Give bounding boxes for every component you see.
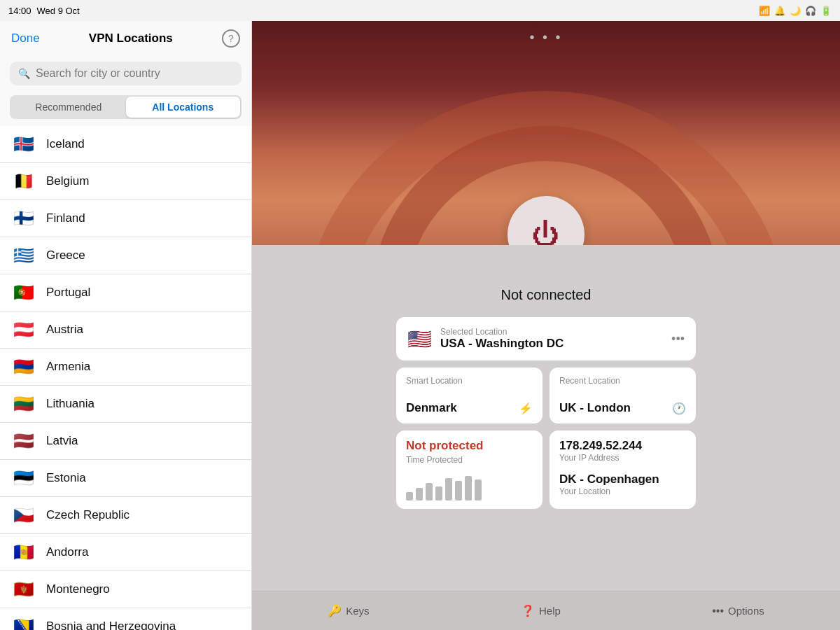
country-name: Bosnia and Herzegovina [46, 620, 176, 630]
list-item[interactable]: 🇵🇹 Portugal [0, 274, 251, 312]
card-menu-dots[interactable]: ••• [671, 332, 685, 346]
three-dots-indicator: • • • [529, 29, 562, 46]
country-flag: 🇵🇹 [11, 284, 36, 301]
country-flag: 🇦🇲 [11, 358, 36, 375]
smart-location-card[interactable]: Smart Location Denmark ⚡ [396, 368, 542, 424]
location-cards-row: Smart Location Denmark ⚡ Recent Location… [396, 368, 696, 424]
ip-location-card: 178.249.52.244 Your IP Address DK - Cope… [550, 430, 696, 509]
country-flag: 🇱🇻 [11, 433, 36, 449]
options-label: Options [728, 605, 764, 617]
time: 14:00 [8, 6, 31, 16]
power-icon: ⏻ [532, 219, 560, 246]
country-flag: 🇪🇪 [11, 470, 36, 486]
list-item[interactable]: 🇧🇪 Belgium [0, 163, 251, 200]
country-name: Montenegro [46, 582, 110, 596]
cards-area: 🇺🇸 Selected Location USA - Washington DC… [385, 317, 707, 509]
country-name: Belgium [46, 174, 89, 188]
chart-bar [426, 483, 433, 500]
recent-location-row: UK - London 🕐 [559, 401, 686, 415]
your-location-label: Your Location [559, 486, 686, 496]
headphone-icon: 🎧 [805, 6, 816, 16]
help-icon-bottom: ❓ [521, 604, 535, 617]
list-item[interactable]: 🇨🇿 Czech Republic [0, 497, 251, 534]
list-item[interactable]: 🇱🇻 Latvia [0, 423, 251, 460]
country-name: Armenia [46, 360, 90, 374]
chart-bar [475, 479, 482, 500]
search-container: 🔍 [0, 56, 251, 91]
your-location-value: DK - Copenhagen [559, 472, 686, 486]
chart-bar [465, 476, 472, 500]
list-item[interactable]: 🇮🇸 Iceland [0, 126, 251, 163]
list-item[interactable]: 🇦🇹 Austria [0, 312, 251, 349]
list-item[interactable]: 🇧🇦 Bosnia and Herzegovina [0, 608, 251, 630]
list-item[interactable]: 🇦🇲 Armenia [0, 349, 251, 386]
country-name: Portugal [46, 286, 90, 300]
tab-switcher: Recommended All Locations [10, 95, 241, 119]
country-name: Czech Republic [46, 508, 130, 522]
done-button[interactable]: Done [11, 31, 40, 46]
search-input[interactable] [36, 67, 233, 80]
selected-location-card[interactable]: 🇺🇸 Selected Location USA - Washington DC… [396, 317, 696, 360]
chart-bar [406, 492, 413, 500]
status-icons: 📶 🔔 🌙 🎧 🔋 [759, 6, 832, 16]
country-name: Andorra [46, 545, 88, 559]
list-item[interactable]: 🇱🇹 Lithuania [0, 386, 251, 423]
panel-title: VPN Locations [89, 31, 173, 46]
country-name: Latvia [46, 434, 78, 448]
protection-card: Not protected Time Protected [396, 430, 542, 509]
clock-icon: 🕐 [672, 402, 686, 415]
list-item[interactable]: 🇫🇮 Finland [0, 200, 251, 237]
left-panel: Done VPN Locations ? 🔍 Recommended All L… [0, 21, 252, 630]
status-bar: 14:00 Wed 9 Oct 📶 🔔 🌙 🎧 🔋 [0, 0, 840, 21]
country-flag: 🇱🇹 [11, 396, 36, 412]
country-name: Finland [46, 211, 85, 225]
time-chart [406, 472, 533, 500]
info-panel: Not connected 🇺🇸 Selected Location USA -… [252, 245, 840, 591]
connection-status: Not connected [501, 287, 592, 303]
bottom-bar: 🔑 Keys ❓ Help ••• Options [252, 591, 840, 630]
date: Wed 9 Oct [37, 6, 80, 16]
vpn-background: • • • ⏻ [252, 21, 840, 245]
country-flag: 🇦🇩 [11, 544, 36, 561]
chart-bar [416, 488, 423, 500]
protection-status: Not protected [406, 439, 533, 453]
country-list: 🇮🇸 Iceland 🇧🇪 Belgium 🇫🇮 Finland 🇬🇷 Gree… [0, 126, 251, 630]
country-name: Estonia [46, 471, 86, 485]
time-protected-label: Time Protected [406, 455, 533, 465]
help-item[interactable]: ❓ Help [521, 604, 561, 617]
list-item[interactable]: 🇦🇩 Andorra [0, 534, 251, 571]
list-item[interactable]: 🇬🇷 Greece [0, 237, 251, 274]
country-flag: 🇦🇹 [11, 321, 36, 338]
help-icon[interactable]: ? [222, 29, 240, 48]
panel-header: Done VPN Locations ? [0, 21, 251, 56]
country-name: Iceland [46, 137, 85, 151]
selected-flag: 🇺🇸 [407, 328, 432, 351]
tab-recommended[interactable]: Recommended [11, 97, 126, 118]
search-input-wrap: 🔍 [10, 62, 241, 85]
tab-all-locations[interactable]: All Locations [126, 97, 241, 118]
keys-item[interactable]: 🔑 Keys [328, 604, 369, 617]
right-panel: • • • ⏻ Not connected 🇺🇸 Selected Locati… [252, 21, 840, 630]
selected-location-left: 🇺🇸 Selected Location USA - Washington DC [407, 327, 564, 351]
options-item[interactable]: ••• Options [712, 605, 764, 617]
smart-location-row: Denmark ⚡ [406, 401, 533, 415]
recent-location-card[interactable]: Recent Location UK - London 🕐 [550, 368, 696, 424]
chart-bar [445, 478, 452, 500]
chart-bar [435, 486, 442, 500]
main-layout: Done VPN Locations ? 🔍 Recommended All L… [0, 21, 840, 630]
chart-bar [455, 481, 462, 500]
options-icon: ••• [712, 605, 724, 617]
country-flag: 🇬🇷 [11, 247, 36, 264]
moon-icon: 🌙 [790, 6, 801, 16]
country-flag: 🇧🇦 [11, 618, 36, 630]
recent-location-value: UK - London [559, 401, 631, 415]
search-icon: 🔍 [18, 68, 30, 79]
lightning-icon: ⚡ [519, 402, 533, 415]
list-item[interactable]: 🇪🇪 Estonia [0, 460, 251, 497]
selected-label: Selected Location [440, 327, 564, 337]
list-item[interactable]: 🇲🇪 Montenegro [0, 571, 251, 608]
smart-location-label: Smart Location [406, 376, 533, 386]
country-name: Lithuania [46, 397, 94, 411]
country-flag: 🇨🇿 [11, 507, 36, 524]
country-name: Greece [46, 248, 85, 262]
